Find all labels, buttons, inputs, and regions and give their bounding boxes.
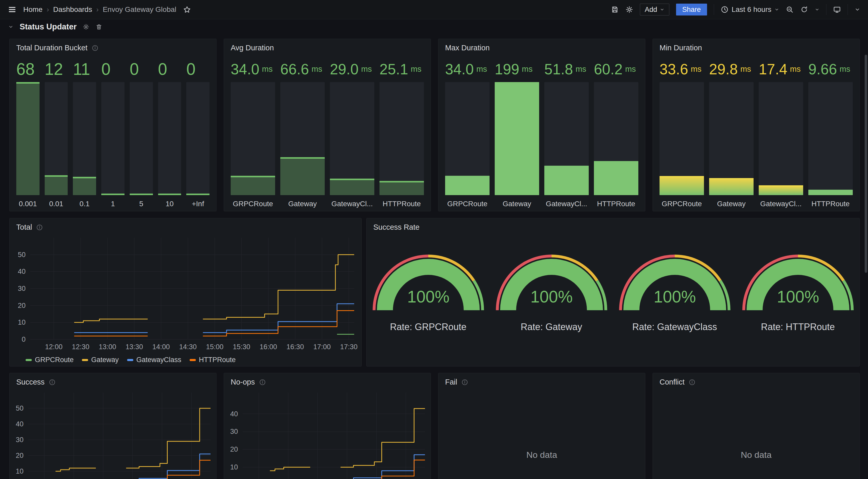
svg-text:12:30: 12:30 (72, 343, 89, 351)
panel-no-ops: No-ops 12:0013:0014:0015:0016:0017:00102… (224, 373, 431, 479)
stat-column-label: 5 (130, 195, 153, 208)
stat-column: 34.0msGRPCRoute (445, 56, 490, 208)
stat-value: 0 (158, 56, 181, 82)
stat-unit: ms (740, 65, 751, 74)
stat-unit: ms (476, 65, 487, 74)
panel-title[interactable]: Conflict (659, 378, 685, 386)
svg-text:15:00: 15:00 (206, 343, 223, 351)
svg-text:10: 10 (18, 318, 26, 326)
info-icon[interactable] (259, 379, 266, 385)
panel-title[interactable]: Fail (445, 378, 457, 386)
stat-bar-track (280, 82, 325, 195)
row-title[interactable]: Status Updater (20, 22, 76, 32)
stat-bar-fill (16, 82, 39, 195)
stat-value: 33.6ms (659, 56, 704, 82)
monitor-icon[interactable] (833, 6, 841, 13)
stat-value: 12 (45, 56, 68, 82)
zoom-out-icon[interactable] (786, 6, 794, 13)
stat-unit: ms (522, 65, 532, 74)
svg-text:40: 40 (16, 420, 24, 428)
stat-column-label: GatewayCl... (759, 195, 803, 208)
stat-bar-track (659, 82, 704, 195)
panel-title[interactable]: Min Duration (659, 44, 702, 52)
panel-success: Success 12:0013:0014:0015:0016:0017:0010… (9, 373, 216, 479)
legend-item[interactable]: GatewayClass (127, 356, 181, 364)
stat-value: 51.8ms (544, 56, 589, 82)
row-settings-gear-icon[interactable] (83, 24, 89, 30)
info-icon[interactable] (36, 224, 43, 231)
stat-bar-track (544, 82, 589, 195)
save-icon[interactable] (611, 6, 619, 13)
stat-column: 120.01 (45, 56, 68, 208)
stat-column-label: 0.01 (45, 195, 68, 208)
info-icon[interactable] (689, 379, 695, 385)
gauge-label: Rate: HTTPRoute (761, 321, 835, 333)
legend-item[interactable]: HTTPRoute (190, 356, 236, 364)
toolbar-collapse-chevron-icon[interactable] (855, 7, 860, 12)
stat-bar-fill (594, 161, 638, 195)
stat-value: 29.0ms (330, 56, 374, 82)
svg-text:100%: 100% (530, 287, 573, 306)
refresh-icon[interactable] (800, 6, 808, 13)
time-range-picker[interactable]: Last 6 hours (721, 5, 779, 14)
stat-unit: ms (625, 65, 636, 74)
panel-title[interactable]: Total Duration Bucket (16, 44, 88, 52)
stat-value: 60.2ms (594, 56, 638, 82)
stat-bar-track (759, 82, 803, 195)
stat-column-label: GRPCRoute (445, 195, 490, 208)
gauge-svg: 100% (741, 248, 855, 313)
scrollbar-thumb[interactable] (865, 55, 867, 273)
stat-column: 680.001 (16, 56, 39, 208)
share-button[interactable]: Share (676, 4, 707, 15)
stat-column: 010 (158, 56, 181, 208)
add-button[interactable]: Add (640, 4, 669, 15)
menu-icon[interactable] (8, 5, 17, 14)
panel-title[interactable]: Total (16, 223, 32, 232)
panel-title[interactable]: Avg Duration (231, 44, 274, 52)
stat-bar-fill (808, 190, 853, 195)
breadcrumb-dashboards[interactable]: Dashboards (53, 5, 92, 14)
panel-max-duration: Max Duration 34.0msGRPCRoute199msGateway… (438, 39, 645, 211)
stat-bar-track (130, 82, 153, 195)
info-icon[interactable] (461, 379, 468, 385)
star-icon[interactable] (183, 6, 191, 13)
stat-bar-fill (495, 82, 539, 195)
panel-title[interactable]: Max Duration (445, 44, 490, 52)
stat-column: 199msGateway (495, 56, 539, 208)
bottom-panels-row: Success 12:0013:0014:0015:0016:0017:0010… (9, 373, 860, 479)
stat-bar-fill (709, 178, 753, 195)
refresh-interval-chevron-icon[interactable] (815, 7, 819, 12)
chevron-down-icon (774, 7, 779, 12)
stat-value: 11 (73, 56, 96, 82)
toolbar-divider (826, 4, 827, 15)
svg-text:40: 40 (230, 410, 238, 418)
legend-item[interactable]: Gateway (82, 356, 119, 364)
stat-column: 34.0msGRPCRoute (231, 56, 275, 208)
stat-column-label: Gateway (495, 195, 539, 208)
settings-icon[interactable] (625, 6, 633, 13)
gauge-svg: 100% (618, 248, 732, 313)
legend-label: GatewayClass (136, 356, 181, 364)
row-delete-trash-icon[interactable] (96, 24, 102, 30)
breadcrumb-current-dashboard[interactable]: Envoy Gateway Global (103, 5, 177, 14)
legend-item[interactable]: GRPCRoute (26, 356, 74, 364)
stat-bar-fill (280, 157, 325, 195)
stat-unit: ms (262, 65, 273, 74)
row-collapse-chevron-icon[interactable] (8, 24, 13, 29)
stat-bar-track (158, 82, 181, 195)
chart-svg: 12:0013:0014:0015:0016:0017:001020304050 (9, 389, 216, 479)
stat-column: 29.8msGateway (709, 56, 753, 208)
breadcrumb-home[interactable]: Home (23, 5, 43, 14)
svg-text:17:30: 17:30 (340, 343, 358, 351)
panel-title[interactable]: Success (16, 378, 45, 386)
svg-text:40: 40 (18, 268, 26, 275)
breadcrumb-separator: › (47, 6, 49, 14)
stat-column-label: Gateway (709, 195, 753, 208)
info-icon[interactable] (49, 379, 56, 385)
info-icon[interactable] (92, 45, 98, 52)
svg-text:10: 10 (16, 467, 24, 475)
panel-title[interactable]: No-ops (231, 378, 255, 386)
stat-bar-fill (231, 176, 275, 195)
panel-title[interactable]: Success Rate (373, 223, 420, 232)
stat-bar-fill (659, 176, 704, 195)
